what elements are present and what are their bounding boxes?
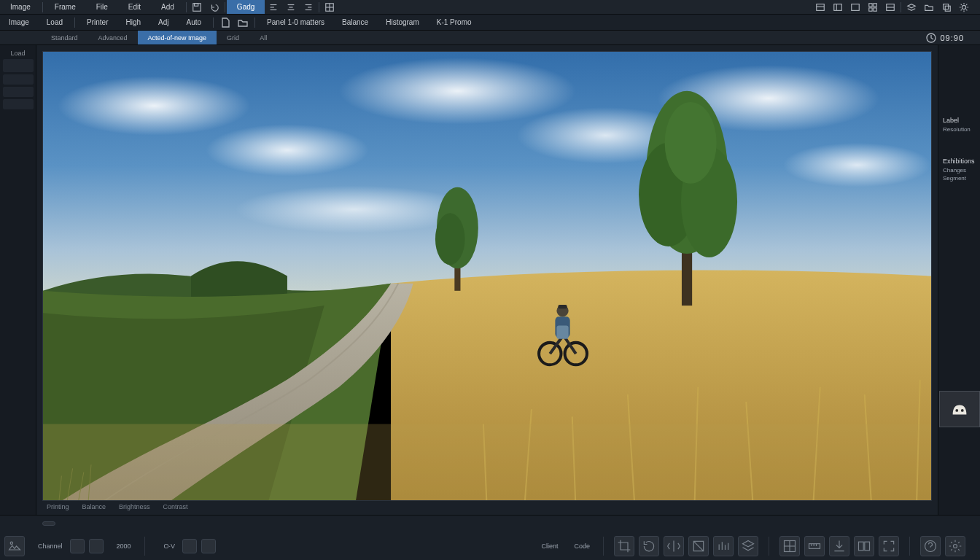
tb2-printer[interactable]: Printer (78, 15, 117, 30)
thumbnail-slot[interactable] (3, 99, 34, 109)
tool-flip-icon[interactable] (664, 536, 684, 556)
undo-icon[interactable] (209, 1, 220, 13)
grid-icon[interactable] (324, 1, 335, 13)
tab-0[interactable]: Standard (41, 31, 88, 44)
menu-item-gadg[interactable]: Gadg (227, 0, 265, 14)
svg-point-36 (236, 186, 472, 233)
svg-point-67 (10, 542, 12, 544)
svg-rect-1 (194, 3, 198, 6)
menu-separator (42, 2, 43, 12)
status-separator (909, 537, 910, 556)
tool-resize-icon[interactable] (688, 536, 709, 556)
svg-point-65 (955, 409, 958, 412)
tab-3[interactable]: Grid (217, 31, 249, 44)
align-center-icon[interactable] (285, 1, 297, 13)
bottom-status-bar: Channel 2000 O·V Client Code (0, 515, 980, 560)
menu-item-3[interactable]: File (86, 0, 118, 14)
chip-icon[interactable] (201, 539, 216, 553)
align-left-icon[interactable] (268, 1, 279, 13)
tool-settings-icon[interactable] (945, 536, 965, 556)
tb2-k1promo[interactable]: K-1 Promo (428, 15, 481, 30)
image-canvas[interactable] (42, 51, 932, 501)
menu-item-2[interactable]: Frame (44, 0, 86, 14)
panel-icon-4[interactable] (867, 1, 879, 13)
tb2-image[interactable]: Image (0, 15, 38, 30)
open-icon[interactable] (237, 17, 249, 28)
tab-2-active[interactable]: Acted-of-new Image (138, 31, 217, 44)
tool-rotate-icon[interactable] (639, 536, 659, 556)
gear-icon[interactable] (958, 1, 970, 13)
duplicate-icon[interactable] (941, 1, 952, 13)
svg-point-31 (206, 124, 368, 176)
left-sidebar: Load (0, 45, 36, 515)
tool-grid-icon[interactable] (779, 536, 800, 556)
tool-export-icon[interactable] (829, 536, 849, 556)
tab-4[interactable]: All (249, 31, 277, 44)
panel-icon-2[interactable] (832, 1, 844, 13)
folder-icon[interactable] (923, 1, 935, 13)
thumbnail-slot[interactable] (3, 87, 34, 97)
tool-levels-icon[interactable] (713, 536, 734, 556)
tb2-histogram[interactable]: Histogram (377, 15, 428, 30)
panel2-header: Exhibitions (943, 158, 976, 165)
right-sidebar: Label Resolution Exhibitions Changes Seg… (938, 45, 980, 515)
panel-icon-5[interactable] (884, 1, 896, 13)
preview-thumb[interactable] (4, 536, 25, 556)
status-separator (603, 537, 604, 556)
svg-rect-21 (869, 7, 872, 10)
tb2-balance[interactable]: Balance (333, 15, 377, 30)
chip-icon[interactable] (182, 539, 197, 553)
svg-rect-77 (865, 542, 870, 551)
panel1-header: Label (943, 117, 976, 124)
layers-icon[interactable] (906, 1, 917, 13)
tool-ruler-icon[interactable] (804, 536, 825, 556)
panel1-row[interactable]: Resolution (943, 126, 976, 133)
mask-tool-button[interactable] (939, 391, 980, 427)
toolbar-separator (74, 18, 75, 28)
panel2-row[interactable]: Segment (943, 175, 976, 182)
menu-item-4[interactable]: Edit (118, 0, 151, 14)
svg-rect-20 (874, 3, 876, 6)
tool-layers-icon[interactable] (738, 536, 758, 556)
tool-compare-icon[interactable] (854, 536, 874, 556)
tb2-panel10[interactable]: Panel 1-0 matters (258, 15, 333, 30)
tb2-high[interactable]: High (117, 15, 150, 30)
tb2-auto[interactable]: Auto (178, 15, 211, 30)
status-item: Balance (82, 503, 106, 510)
panel-icon-3[interactable] (849, 1, 861, 13)
toolbar-separator (213, 18, 214, 28)
document-icon[interactable] (219, 17, 231, 28)
menu-item-0[interactable]: Image (0, 0, 41, 14)
save-icon[interactable] (191, 1, 203, 13)
svg-rect-25 (944, 4, 949, 9)
canvas-wrapper: Printing Balance Brightness Contrast (36, 45, 938, 515)
tab-1[interactable]: Advanced (88, 31, 138, 44)
svg-rect-72 (809, 543, 820, 548)
toolbar-separator (254, 18, 255, 28)
svg-rect-22 (874, 7, 876, 10)
chip-icon[interactable] (89, 539, 104, 553)
panel2-row[interactable]: Changes (943, 167, 976, 174)
svg-point-52 (435, 213, 465, 265)
status-item: Brightness (119, 503, 150, 510)
align-right-icon[interactable] (303, 1, 314, 13)
tool-help-icon[interactable] (920, 536, 941, 556)
status-pill[interactable] (42, 521, 55, 526)
thumbnail-slot[interactable] (3, 59, 34, 72)
tb2-adj[interactable]: Adj (149, 15, 177, 30)
status-separator (769, 537, 769, 556)
panel-icon-1[interactable] (814, 1, 826, 13)
tool-fullscreen-icon[interactable] (879, 536, 899, 556)
canvas-image (43, 52, 931, 500)
status-2000: 2000 (108, 542, 134, 550)
status-separator (144, 537, 145, 556)
thumbnail-slot[interactable] (3, 74, 34, 85)
menu-separator (225, 2, 225, 12)
chip-icon[interactable] (70, 539, 85, 553)
tb2-load[interactable]: Load (38, 15, 71, 30)
svg-rect-62 (558, 305, 567, 308)
tool-crop-icon[interactable] (614, 536, 634, 556)
svg-point-27 (962, 5, 965, 9)
svg-rect-14 (817, 4, 825, 10)
menu-item-5[interactable]: Add (151, 0, 184, 14)
